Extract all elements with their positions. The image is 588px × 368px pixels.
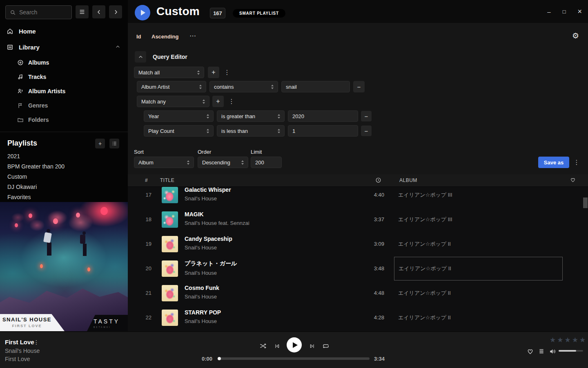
repeat-icon (322, 342, 330, 350)
repeat-button[interactable] (322, 342, 330, 350)
query-editor-collapse-button[interactable] (135, 51, 146, 63)
scrollbar-thumb[interactable] (583, 197, 588, 208)
search-box[interactable] (5, 5, 72, 19)
query-editor-title: Query Editor (153, 54, 187, 60)
table-row[interactable]: 20 プラネット・ガール Snail's House 3:48 エイリアン☆ポッ… (128, 256, 588, 281)
playlist-item-dj-okawari[interactable]: DJ Okawari (7, 182, 118, 192)
sidebar-item-genres[interactable]: Genres (0, 99, 128, 112)
select-caret-icon (241, 160, 244, 165)
rule3-value-input[interactable] (288, 125, 358, 137)
save-menu-button[interactable]: ⋮ (573, 157, 580, 168)
track-album: エイリアン☆ポップ III (398, 191, 452, 199)
previous-track-button[interactable] (273, 342, 281, 350)
remove-rule1-button[interactable]: − (353, 81, 365, 92)
rule3-field-select[interactable]: Play Count (144, 125, 214, 137)
search-input[interactable] (19, 9, 64, 16)
close-button[interactable]: × (577, 7, 582, 16)
column-header-number[interactable]: # (145, 177, 148, 183)
table-row[interactable]: 22 STARRY POP Snail's House 4:28 エイリアン☆ポ… (128, 305, 588, 330)
playlist-item-favorites[interactable]: Favorites (7, 192, 118, 202)
sort-field-button[interactable]: Id (136, 34, 141, 40)
add-rule-button-group1[interactable]: + (208, 67, 219, 78)
sidebar-item-home[interactable]: Home (0, 25, 128, 37)
play-pause-button[interactable] (287, 337, 302, 352)
nav-back-button[interactable] (92, 5, 105, 18)
volume-slider[interactable] (559, 350, 583, 352)
table-row[interactable]: 19 Candy Spaceship Snail's House 3:09 エイ… (128, 232, 588, 256)
rating-stars[interactable]: ★★★★★ (550, 336, 587, 344)
sidebar-item-tracks[interactable]: Tracks (0, 71, 128, 83)
playlist-item-custom[interactable]: Custom (7, 171, 118, 182)
minimize-button[interactable]: – (547, 8, 550, 15)
seek-bar[interactable] (218, 357, 370, 360)
star-icon[interactable]: ★ (550, 336, 557, 344)
group2-menu-button[interactable]: ⋮ (228, 96, 235, 107)
rule2-operator-select[interactable]: is greater than (217, 110, 285, 122)
rule2-field-select[interactable]: Year (144, 110, 214, 122)
favorite-column-heart-icon[interactable] (570, 177, 576, 184)
artwork-figure-right (80, 231, 87, 256)
limit-input[interactable] (251, 157, 282, 168)
sidebar-item-library[interactable]: Library (0, 41, 128, 53)
rule2-value-input[interactable] (288, 110, 358, 122)
seek-bar-thumb[interactable] (218, 357, 221, 360)
match-mode-select-group1[interactable]: Match all (134, 67, 204, 78)
rule1-operator-select[interactable]: contains (209, 81, 278, 92)
menu-button[interactable] (76, 5, 89, 18)
star-icon[interactable]: ★ (557, 336, 564, 344)
sort-direction-button[interactable]: Ascending (151, 34, 178, 40)
rule3-operator-select[interactable]: is less than (217, 125, 285, 137)
playlist-item-bpm[interactable]: BPM Greater than 200 (7, 161, 118, 171)
duration-column-clock-icon[interactable] (375, 177, 381, 184)
favorite-button[interactable] (526, 347, 534, 355)
column-header-title[interactable]: TITLE (160, 177, 174, 183)
select-value: is greater than (221, 113, 255, 119)
match-mode-select-group2[interactable]: Match any (137, 96, 209, 107)
now-playing-artwork[interactable]: SNAIL'S HOUSE FIRST LOVE TASTY ΒΣΤΛΜΧΙ (0, 202, 128, 331)
sidebar-item-folders[interactable]: Folders (0, 114, 128, 126)
now-playing-album: First Love (5, 356, 30, 362)
add-playlist-button[interactable]: + (95, 139, 105, 148)
track-album: エイリアン☆ポップ II (398, 289, 451, 297)
track-album-cell[interactable]: エイリアン☆ポップ II (394, 281, 563, 305)
order-select[interactable]: Descending (198, 157, 248, 168)
kebab-icon: ⋮ (229, 98, 235, 105)
settings-gear-button[interactable]: ⚙ (572, 31, 579, 40)
track-title: Galactic Whisper (185, 186, 231, 193)
shuffle-button[interactable] (259, 342, 267, 350)
track-count-badge: 167 (210, 8, 225, 18)
remove-rule2-button[interactable]: − (361, 111, 372, 121)
track-album-cell[interactable]: エイリアン☆ポップ III (394, 208, 563, 231)
remove-rule3-button[interactable]: − (361, 126, 372, 136)
save-as-button[interactable]: Save as (538, 157, 569, 168)
rule1-value-input[interactable] (281, 81, 350, 92)
collapse-library-button[interactable] (115, 44, 120, 51)
star-icon[interactable]: ★ (565, 336, 572, 344)
sidebar-item-album-artists[interactable]: Album Artists (0, 85, 128, 97)
sidebar: Home Library Albums Tracks Album Artists… (0, 0, 128, 331)
more-options-button[interactable]: ⋯ (189, 32, 196, 40)
track-album-cell[interactable]: エイリアン☆ポップ II (394, 306, 563, 330)
volume-button[interactable] (548, 347, 557, 355)
group1-menu-button[interactable]: ⋮ (223, 67, 231, 78)
now-playing-menu-button[interactable]: ⋮ (33, 339, 39, 346)
nav-forward-button[interactable] (109, 5, 122, 18)
rule1-field-select[interactable]: Album Artist (137, 81, 206, 92)
sidebar-item-albums[interactable]: Albums (0, 56, 128, 69)
star-icon[interactable]: ★ (572, 336, 579, 344)
queue-button[interactable] (537, 347, 546, 355)
playlist-options-button[interactable] (109, 139, 119, 148)
star-icon[interactable]: ★ (579, 336, 587, 344)
column-header-album[interactable]: ALBUM (399, 177, 417, 183)
table-row[interactable]: 21 Cosmo Funk Snail's House 4:48 エイリアン☆ポ… (128, 281, 588, 305)
add-rule-button-group2[interactable]: + (212, 96, 224, 107)
table-row[interactable]: 18 MAGIK Snail's House feat. Sennzai 3:3… (128, 207, 588, 232)
maximize-button[interactable]: □ (563, 9, 566, 15)
track-number: 20 (138, 265, 151, 272)
track-album-cell[interactable]: エイリアン☆ポップ II (394, 232, 563, 256)
track-album-cell-selected[interactable]: エイリアン☆ポップ II (394, 257, 563, 280)
next-track-button[interactable] (308, 342, 316, 350)
play-playlist-button[interactable] (135, 5, 150, 20)
sort-select[interactable]: Album (134, 157, 194, 168)
playlist-item-2021[interactable]: 2021 (7, 151, 118, 161)
